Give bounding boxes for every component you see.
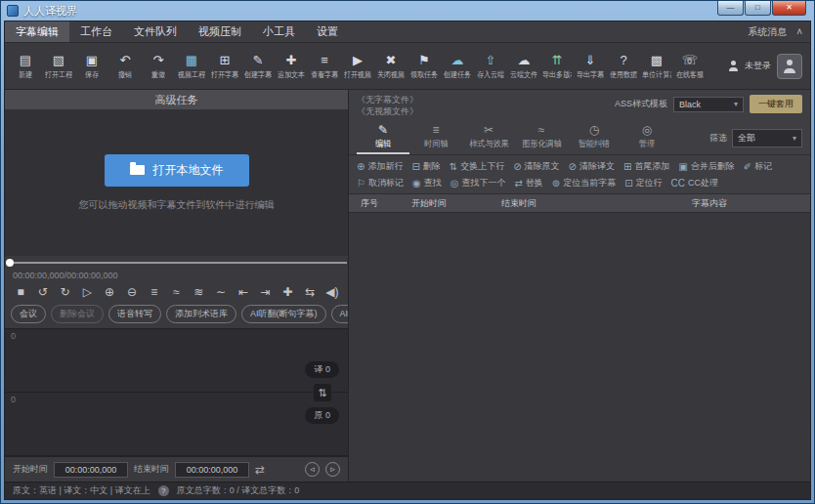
tab-timeline[interactable]: ≡ 时间轴	[409, 120, 462, 154]
seek-track[interactable]	[6, 262, 347, 264]
column-start-time[interactable]: 开始时间	[411, 197, 501, 210]
help-icon[interactable]: ?	[158, 485, 169, 496]
toolbar-button[interactable]: ⚑ 领取任务	[408, 52, 441, 80]
tab-smart-check[interactable]: ◷ 智能纠错	[568, 120, 621, 154]
transport-button-icon[interactable]: ∼	[214, 285, 228, 299]
toolbar-button[interactable]: ☏ 在线客服	[673, 52, 707, 80]
start-time-input[interactable]: 00:00:00,000	[54, 462, 128, 478]
row-tool-button[interactable]: ⊟ 删除	[411, 160, 440, 173]
toolbar-button[interactable]: ▦ 视频工程	[175, 52, 208, 80]
row-tool-button[interactable]: ◉ 查找	[412, 177, 442, 189]
filter-select[interactable]: 全部 ▾	[732, 129, 802, 147]
column-end-time[interactable]: 结束时间	[501, 197, 609, 210]
toolbar-button[interactable]: ✖ 关闭视频	[374, 52, 408, 80]
seek-handle[interactable]	[6, 259, 14, 267]
subtitle-table-body[interactable]	[349, 213, 810, 482]
system-messages[interactable]: 系统消息	[748, 25, 787, 39]
toolbar-button[interactable]: ⇧ 存入云端	[474, 52, 507, 80]
action-pill-button[interactable]: 语音转写	[108, 305, 161, 323]
next-subtitle-button[interactable]: ▹	[325, 462, 340, 477]
menu-video-compress[interactable]: 视频压制	[188, 21, 252, 42]
row-tool-button[interactable]: ▣ 合并后删除	[678, 160, 734, 173]
chevron-up-icon[interactable]: ˄	[796, 26, 802, 37]
transport-button-icon[interactable]: ⊖	[125, 285, 139, 299]
toolbar-button[interactable]: ↶ 撤销	[108, 52, 142, 80]
transport-button-icon[interactable]: ≈	[169, 285, 183, 299]
menu-gadgets[interactable]: 小工具	[252, 21, 306, 42]
waveform-track-bottom[interactable]: 0	[5, 393, 348, 456]
row-tool-button[interactable]: ⊘ 清除原文	[513, 160, 559, 173]
tab-edit[interactable]: ✎ 编辑	[357, 120, 409, 154]
row-tool-button[interactable]: ⊞ 首尾添加	[623, 160, 669, 173]
row-tool-button[interactable]: ✐ 标记	[744, 160, 772, 173]
column-index[interactable]: 序号	[349, 197, 411, 210]
ass-template-select[interactable]: Black ▾	[673, 97, 744, 112]
transport-button-icon[interactable]: ≡	[148, 285, 161, 299]
transport-button-icon[interactable]: ⊕	[103, 285, 116, 299]
action-pill-button[interactable]: 删除会议	[51, 305, 104, 323]
transport-button-icon[interactable]: ◀)	[325, 285, 339, 299]
action-pill-button[interactable]: AI听译	[331, 305, 349, 323]
loop-icon[interactable]: ⇄	[255, 463, 265, 477]
row-tool-button[interactable]: ⇄ 替换	[514, 177, 542, 189]
toolbar-button[interactable]: ▣ 保存	[75, 52, 108, 80]
toolbar-button[interactable]: ▩ 单位计算器	[640, 52, 673, 80]
avatar[interactable]	[777, 54, 802, 79]
titlebar[interactable]: 人人译视界	[4, 1, 811, 21]
toolbar-button[interactable]: ▧ 打开工程	[42, 52, 75, 80]
menu-file-queue[interactable]: 文件队列	[123, 21, 188, 42]
toolbar-button[interactable]: ▶ 打开视频	[341, 52, 374, 80]
transport-button-icon[interactable]: ⇤	[236, 285, 250, 299]
transport-button-icon[interactable]: ↻	[59, 285, 72, 299]
row-tool-button[interactable]: ◎ 查找下一个	[450, 177, 506, 189]
tab-style-effects[interactable]: ✂ 样式与效果	[462, 120, 515, 154]
toolbar-button[interactable]: ⇈ 导出多版本	[540, 52, 574, 80]
transport-button-icon[interactable]: ✚	[280, 285, 294, 299]
toolbar-button[interactable]: ↷ 重做	[142, 52, 175, 80]
row-tool-button[interactable]: CC CC处理	[671, 177, 718, 189]
row-tool-button[interactable]: ⊡ 定位行	[624, 177, 662, 189]
row-tool-button[interactable]: ⊚ 定位当前字幕	[552, 177, 616, 189]
toolbar-button[interactable]: ☁ 云端文件	[507, 52, 540, 80]
tab-manage[interactable]: ◎ 管理	[621, 120, 673, 154]
action-pill-button[interactable]: 添加到术语库	[166, 305, 236, 323]
login-status[interactable]: 未登录	[745, 60, 771, 72]
prev-subtitle-button[interactable]: ◃	[305, 462, 320, 477]
tab-graphic-timing[interactable]: ≈ 图形化调轴	[515, 120, 568, 154]
transport-button-icon[interactable]: ⇥	[259, 285, 273, 299]
video-drop-area[interactable]: 打开本地文件 您可以拖动视频和字幕文件到软件中进行编辑	[5, 109, 348, 256]
swap-tracks-button[interactable]: ⇅	[314, 384, 331, 401]
seek-bar[interactable]	[5, 256, 348, 270]
transport-button-icon[interactable]: ▷	[80, 285, 94, 299]
apply-template-button[interactable]: 一键套用	[750, 95, 802, 113]
row-tool-button[interactable]: ⊘ 清除译文	[569, 160, 615, 173]
row-tool-button[interactable]: ⊕ 添加新行	[357, 160, 403, 173]
menu-subtitle-edit[interactable]: 字幕编辑	[5, 21, 69, 42]
end-time-input[interactable]: 00:00:00,000	[175, 462, 249, 478]
transport-button-icon[interactable]: ↺	[36, 285, 50, 299]
action-pill-button[interactable]: AI听翻(断句字幕)	[241, 305, 326, 323]
transport-button-icon[interactable]: ≋	[192, 285, 205, 299]
restore-button[interactable]: □	[745, 1, 771, 16]
open-local-file-button[interactable]: 打开本地文件	[105, 154, 249, 187]
waveform-area[interactable]: 0 0 译 0 ⇅ 原 0	[5, 328, 348, 456]
close-button[interactable]: ✕	[772, 1, 806, 16]
minimize-button[interactable]: —	[717, 1, 744, 16]
toolbar-button[interactable]: ✚ 追加文本	[275, 52, 308, 80]
menu-settings[interactable]: 设置	[306, 21, 349, 42]
toolbar-button[interactable]: ✎ 创建字幕	[241, 52, 275, 80]
toolbar-button[interactable]: ? 使用数据	[607, 52, 640, 80]
toolbar-button[interactable]: ☁ 创建任务	[441, 52, 474, 80]
waveform-track-top[interactable]: 0	[5, 329, 348, 393]
toolbar-button[interactable]: ⇓ 导出字幕	[574, 52, 607, 80]
column-subtitle-content[interactable]: 字幕内容	[609, 197, 810, 210]
row-tool-button[interactable]: ⇅ 交换上下行	[450, 160, 504, 173]
menu-workbench[interactable]: 工作台	[69, 21, 123, 42]
action-pill-button[interactable]: 会议	[11, 305, 46, 323]
transport-button-icon[interactable]: ■	[14, 285, 27, 299]
row-tool-button[interactable]: ⚐ 取消标记	[357, 177, 404, 189]
toolbar-button[interactable]: ≡ 查看字幕	[308, 52, 341, 80]
toolbar-button[interactable]: ▤ 新建	[9, 52, 42, 80]
transport-button-icon[interactable]: ⇆	[303, 285, 317, 299]
toolbar-button[interactable]: ⊞ 打开字幕	[208, 52, 241, 80]
